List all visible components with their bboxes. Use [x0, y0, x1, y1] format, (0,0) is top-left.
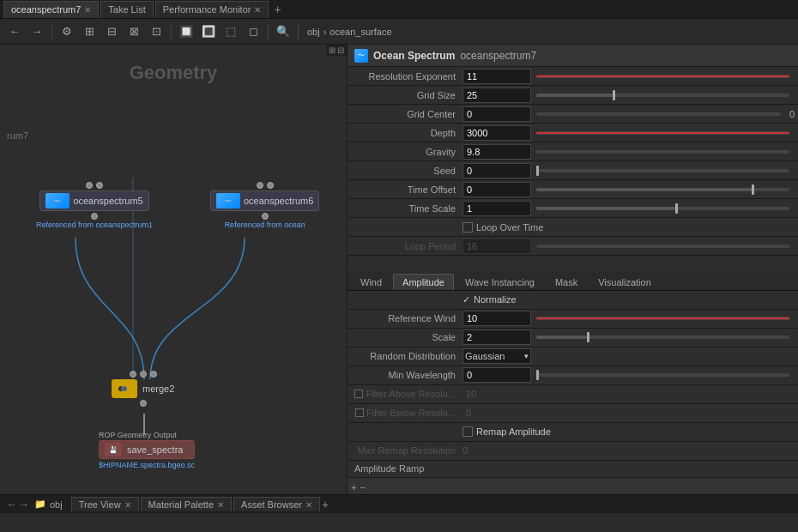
wind-section: ✓ Normalize Reference Wind Scale	[348, 291, 798, 495]
loop-over-time-checkbox[interactable]: Loop Over Time	[462, 222, 543, 233]
param-label: Time Scale	[351, 203, 462, 214]
slider-track-minwave[interactable]	[536, 373, 789, 377]
tab-perfmon[interactable]: Performance Monitor ✕	[155, 1, 269, 18]
slider-track-scale[interactable]	[536, 336, 789, 339]
node-graph[interactable]: ⊞ ⊟ Geometry rum7 〜 oceanspectrum5	[0, 45, 348, 494]
connector-top-merge-3	[150, 371, 157, 378]
gravity-input[interactable]	[462, 144, 531, 160]
slider-fill-depth	[536, 132, 789, 134]
tab-wind[interactable]: Wind	[351, 274, 391, 290]
nav-back-arrow[interactable]: ←	[7, 499, 17, 511]
ramp-remove-button[interactable]: −	[360, 482, 365, 493]
filter-above-checkbox[interactable]	[354, 390, 363, 398]
resolution-exponent-input[interactable]	[462, 69, 531, 84]
node-oceanspectrum5[interactable]: 〜 oceanspectrum5 Referenced from oceansp…	[36, 182, 153, 229]
node-icon-spectrum5: 〜	[45, 193, 70, 209]
tool-icon-6[interactable]: 🔲	[177, 22, 196, 41]
node-merge2[interactable]: merge2	[112, 371, 174, 407]
tool-icon-8[interactable]: ⬚	[221, 22, 240, 41]
merge-body[interactable]: merge2	[112, 379, 174, 398]
slider-track-timeoffset[interactable]	[536, 188, 789, 191]
ocean-name: oceanspectrum7	[460, 50, 536, 62]
tab-label: Asset Browser	[241, 499, 302, 510]
param-scale: Scale	[348, 329, 798, 348]
tool-icon-1[interactable]: ⚙	[57, 22, 76, 41]
tab-taklist[interactable]: Take List	[100, 1, 153, 18]
slider-track-gravity[interactable]	[536, 150, 789, 154]
slider-track-timescale[interactable]	[536, 207, 789, 210]
forward-button[interactable]: →	[27, 22, 46, 41]
save-body[interactable]: 💾 save_spectra	[99, 440, 195, 459]
depth-input[interactable]	[462, 125, 531, 141]
nav-breadcrumb: 📁 obj	[34, 499, 63, 510]
tab-label: Tree View	[79, 499, 121, 510]
scale-input[interactable]	[462, 329, 531, 345]
slider-track[interactable]	[536, 75, 789, 78]
random-dist-dropdown[interactable]: Gaussian ▾	[462, 348, 531, 364]
node-oceanspectrum6[interactable]: 〜 oceanspectrum6 Referenced from ocean	[210, 182, 319, 229]
filter-below-checkbox[interactable]	[355, 408, 364, 417]
nav-path[interactable]: obj	[50, 499, 63, 510]
slider-track-depth[interactable]	[536, 131, 789, 135]
seed-input[interactable]	[462, 163, 531, 178]
node-label-merge: merge2	[142, 384, 174, 394]
tab-close-icon[interactable]: ✕	[254, 5, 261, 15]
filter-below-label-wrap: Filter Below Resolu...	[351, 408, 462, 418]
reference-wind-input[interactable]	[462, 311, 531, 326]
grid-center-input-x[interactable]	[462, 106, 531, 122]
breadcrumb-obj[interactable]: obj	[307, 27, 320, 37]
param-min-wavelength: Min Wavelength	[348, 366, 798, 385]
graph-btn-2[interactable]: ⊟	[337, 45, 344, 55]
tab-asset-browser[interactable]: Asset Browser ✕	[233, 497, 320, 511]
tab-close[interactable]: ✕	[305, 500, 312, 510]
remap-checkbox[interactable]	[462, 426, 473, 437]
ocean-title: Ocean Spectrum	[373, 50, 455, 62]
tool-icon-9[interactable]: ◻	[244, 22, 263, 41]
tab-wave-instancing[interactable]: Wave Instancing	[456, 274, 544, 290]
slider-track-gridcenter[interactable]	[536, 112, 781, 116]
tool-icon-5[interactable]: ⊡	[147, 22, 166, 41]
time-scale-input[interactable]	[462, 201, 531, 216]
tab-visualization[interactable]: Visualization	[589, 274, 661, 290]
node-save-spectra[interactable]: ROP Geometry Output 💾 save_spectra $HIPN…	[99, 431, 195, 469]
tool-icon-4[interactable]: ⊠	[124, 22, 143, 41]
nav-forward-arrow[interactable]: →	[19, 499, 29, 511]
checkbox-box[interactable]	[462, 222, 473, 233]
slider-track-seed[interactable]	[536, 169, 789, 172]
tab-oceanspectrum7[interactable]: oceanspectrum7 ✕	[3, 1, 99, 18]
tool-icon-3[interactable]: ⊟	[102, 22, 121, 41]
tool-icon-7[interactable]: 🔳	[199, 22, 218, 41]
add-bottom-tab-button[interactable]: +	[322, 498, 329, 511]
loop-period-input[interactable]	[462, 239, 531, 254]
graph-btn-1[interactable]: ⊞	[329, 45, 336, 55]
tab-close[interactable]: ✕	[217, 500, 224, 510]
slider-fill	[536, 76, 789, 77]
remap-checkbox-item[interactable]: Remap Amplitude	[462, 426, 551, 437]
slider-track-refwind[interactable]	[536, 317, 789, 320]
param-loop-over-time: Loop Over Time	[348, 218, 798, 237]
tab-amplitude[interactable]: Amplitude	[393, 274, 454, 290]
graph-mini-toolbar: ⊞ ⊟	[326, 45, 347, 56]
node-body-oceanspectrum5[interactable]: 〜 oceanspectrum5	[39, 190, 148, 211]
node-body-oceanspectrum6[interactable]: 〜 oceanspectrum6	[210, 190, 319, 211]
tab-tree-view[interactable]: Tree View ✕	[71, 497, 139, 511]
tool-icon-2[interactable]: ⊞	[80, 22, 99, 41]
param-grid-center: Grid Center 0	[348, 105, 798, 124]
tab-close[interactable]: ✕	[124, 500, 131, 510]
amplitude-ramp-label: Amplitude Ramp	[354, 463, 424, 474]
tab-material-palette[interactable]: Material Palette ✕	[141, 497, 232, 511]
ramp-add-button[interactable]: +	[351, 482, 356, 493]
back-button[interactable]: ←	[5, 22, 24, 41]
tab-mask[interactable]: Mask	[546, 274, 587, 290]
slider-track-gridsize[interactable]	[536, 94, 789, 97]
main-toolbar: ← → ⚙ ⊞ ⊟ ⊠ ⊡ 🔲 🔳 ⬚ ◻ 🔍 obj › ocean_surf…	[0, 19, 798, 45]
tab-close-icon[interactable]: ✕	[84, 5, 91, 15]
search-icon[interactable]: 🔍	[274, 22, 293, 41]
time-offset-input[interactable]	[462, 182, 531, 197]
grid-size-input[interactable]	[462, 88, 531, 103]
normalize-checkbox-item[interactable]: ✓ Normalize	[462, 294, 517, 305]
min-wavelength-input[interactable]	[462, 367, 531, 383]
add-tab-button[interactable]: +	[270, 3, 284, 16]
breadcrumb-surface[interactable]: ocean_surface	[329, 27, 391, 37]
param-random-dist: Random Distribution Gaussian ▾	[348, 348, 798, 366]
